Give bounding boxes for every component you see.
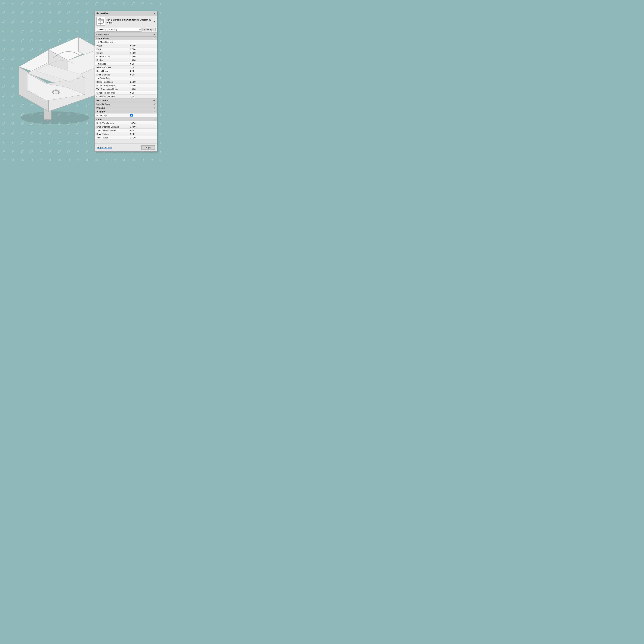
collapse-mechanical-icon: ≪ bbox=[153, 99, 155, 101]
bottle-trap-checkbox[interactable] bbox=[130, 114, 133, 117]
label-radius: Radius bbox=[95, 59, 129, 62]
label-connector-diameter: Connector Diameter bbox=[95, 95, 129, 98]
value-bottle-trap-length[interactable]: 18.50 bbox=[129, 122, 157, 125]
label-bottle-trap-visibility: Bottle Trap bbox=[95, 114, 129, 117]
prop-row-distance-from-wall: Distance From Wall 0.00 bbox=[95, 91, 157, 95]
collapse-constraints-icon: ≪ bbox=[153, 34, 155, 36]
prop-row-main-dimensions: Main Dimensions bbox=[95, 40, 157, 44]
section-identity-data[interactable]: Identity Data ≪ bbox=[95, 102, 157, 106]
dropdown-row: Plumbing Fixtures (1) ⊞ Edit Type bbox=[95, 27, 157, 33]
prop-row-bottom-body-height: Bottom Body Height 15.00 bbox=[95, 84, 157, 87]
section-other[interactable]: Other ^ bbox=[95, 118, 157, 121]
value-depth[interactable]: 37.00 bbox=[129, 48, 157, 51]
section-mechanical[interactable]: Mechanical ≪ bbox=[95, 98, 157, 102]
section-constraints[interactable]: Constraints ≪ bbox=[95, 33, 157, 36]
value-drain-radius[interactable]: 2.50 bbox=[129, 132, 157, 136]
prop-row-drain-radius: Drain Radius 2.50 bbox=[95, 132, 157, 136]
prop-row-thickness: Thickness 0.80 bbox=[95, 62, 157, 66]
prop-row-bottle-trap-group: Bottle Trap bbox=[95, 76, 157, 80]
value-thickness[interactable]: 0.80 bbox=[129, 62, 157, 65]
value-counter-width[interactable]: 18.50 bbox=[129, 55, 157, 58]
apply-button[interactable]: Apply bbox=[141, 145, 155, 150]
value-wall-connection-height[interactable]: 15.00 bbox=[129, 88, 157, 91]
prop-row-connector-diameter: Connector Diameter 3.20 bbox=[95, 95, 157, 98]
value-drain-diameter[interactable]: 5.00 bbox=[129, 73, 157, 76]
svg-point-0 bbox=[21, 111, 89, 124]
panel-title: Properties bbox=[96, 12, 108, 15]
dropdown-arrow-icon[interactable]: ▾ bbox=[154, 20, 155, 23]
bottle-trap-group-label: Bottle Trap bbox=[95, 77, 129, 80]
collapse-dimensions-icon: ^ bbox=[154, 37, 155, 40]
prop-row-radius: Radius 15.00 bbox=[95, 58, 157, 62]
category-dropdown[interactable]: Plumbing Fixtures (1) bbox=[96, 28, 141, 32]
edit-type-button[interactable]: ⊞ Edit Type bbox=[142, 28, 156, 31]
label-thickness: Thickness bbox=[95, 62, 129, 65]
value-bottom-body-height[interactable]: 15.00 bbox=[129, 84, 157, 87]
value-inner-drain-diameter[interactable]: 4.40 bbox=[129, 129, 157, 132]
prop-row-depth: Depth 37.00 bbox=[95, 47, 157, 51]
value-base-thickness[interactable]: 3.00 bbox=[129, 66, 157, 69]
svg-point-20 bbox=[100, 22, 101, 23]
properties-help-link[interactable]: Properties help bbox=[97, 146, 112, 149]
element-name-line2: White bbox=[106, 21, 151, 24]
panel-footer: Properties help Apply bbox=[95, 143, 157, 151]
prop-row-drain-diameter: Drain Diameter 5.00 bbox=[95, 73, 157, 76]
value-drain-opening-distance[interactable]: 18.50 bbox=[129, 125, 157, 128]
value-basin-height[interactable]: 8.50 bbox=[129, 69, 157, 73]
label-base-thickness: Base Thickness bbox=[95, 66, 129, 69]
value-bottle-trap-height[interactable]: 25.50 bbox=[129, 80, 157, 84]
prop-row-drain-opening-distance: Drain Opening Distance 18.50 bbox=[95, 125, 157, 129]
edit-type-icon: ⊞ bbox=[144, 29, 145, 31]
label-wall-connection-height: Wall Connection Height bbox=[95, 88, 129, 91]
element-name-line1: RD_Bathroom Sink Countertop Custom 06 bbox=[106, 18, 151, 21]
value-connector-diameter[interactable]: 3.20 bbox=[129, 95, 157, 98]
close-button[interactable]: × bbox=[154, 12, 155, 15]
collapse-phasing-icon: ≪ bbox=[153, 107, 155, 109]
triangle-icon bbox=[98, 41, 99, 43]
prop-row-bottle-trap-length: Bottle Trap Length 18.50 bbox=[95, 121, 157, 125]
label-distance-from-wall: Distance From Wall bbox=[95, 91, 129, 94]
prop-row-counter-width: Counter Width 18.50 bbox=[95, 55, 157, 58]
element-icon bbox=[96, 17, 105, 26]
label-depth: Depth bbox=[95, 48, 129, 51]
svg-point-24 bbox=[100, 18, 101, 19]
visibility-bottle-trap-row: Bottle Trap bbox=[95, 114, 157, 118]
label-drain-diameter: Drain Diameter bbox=[95, 73, 129, 76]
properties-panel: Properties × RD_Bathroom Sink Countertop… bbox=[95, 11, 157, 152]
check-bottle-trap[interactable] bbox=[129, 114, 157, 117]
value-height[interactable]: 11.50 bbox=[129, 51, 157, 55]
triangle-icon-2 bbox=[98, 77, 99, 79]
label-bottom-body-height: Bottom Body Height bbox=[95, 84, 129, 87]
prop-value-empty bbox=[129, 42, 157, 42]
panel-header: RD_Bathroom Sink Countertop Custom 06 Wh… bbox=[95, 16, 157, 27]
label-counter-width: Counter Width bbox=[95, 55, 129, 58]
prop-row-base-thickness: Base Thickness 3.00 bbox=[95, 66, 157, 69]
label-inner-radius: Inner Radius bbox=[95, 136, 129, 139]
prop-row-wall-connection-height: Wall Connection Height 15.00 bbox=[95, 87, 157, 91]
label-drain-opening-distance: Drain Opening Distance bbox=[95, 125, 129, 128]
section-dimensions[interactable]: Dimensions ^ bbox=[95, 36, 157, 40]
value-distance-from-wall[interactable]: 0.00 bbox=[129, 91, 157, 94]
prop-row-bottle-trap-height: Bottle Trap Height 25.50 bbox=[95, 80, 157, 84]
prop-row-inner-drain-diameter: Inner Drain Diameter 4.40 bbox=[95, 129, 157, 132]
label-basin-height: Basin Height bbox=[95, 69, 129, 73]
prop-row-height: Height 11.50 bbox=[95, 51, 157, 55]
collapse-other-icon: ^ bbox=[154, 119, 155, 121]
section-phasing[interactable]: Phasing ≪ bbox=[95, 106, 157, 110]
label-drain-radius: Drain Radius bbox=[95, 132, 129, 136]
collapse-identity-icon: ≪ bbox=[153, 103, 155, 105]
element-name: RD_Bathroom Sink Countertop Custom 06 Wh… bbox=[106, 18, 151, 25]
value-width[interactable]: 54.00 bbox=[129, 44, 157, 47]
label-width: Width bbox=[95, 44, 129, 47]
collapse-visibility-icon: ^ bbox=[154, 111, 155, 113]
value-radius[interactable]: 15.00 bbox=[129, 59, 157, 62]
label-height: Height bbox=[95, 51, 129, 55]
panel-titlebar: Properties × bbox=[95, 11, 157, 16]
prop-group-label: Main Dimensions bbox=[95, 40, 129, 44]
section-visibility[interactable]: Visibility ^ bbox=[95, 110, 157, 114]
prop-row-inner-radius: Inner Radius 14.20 bbox=[95, 136, 157, 139]
value-inner-radius[interactable]: 14.20 bbox=[129, 136, 157, 139]
footer-spacer bbox=[95, 139, 157, 143]
label-inner-drain-diameter: Inner Drain Diameter bbox=[95, 129, 129, 132]
prop-row-width: Width 54.00 bbox=[95, 44, 157, 47]
